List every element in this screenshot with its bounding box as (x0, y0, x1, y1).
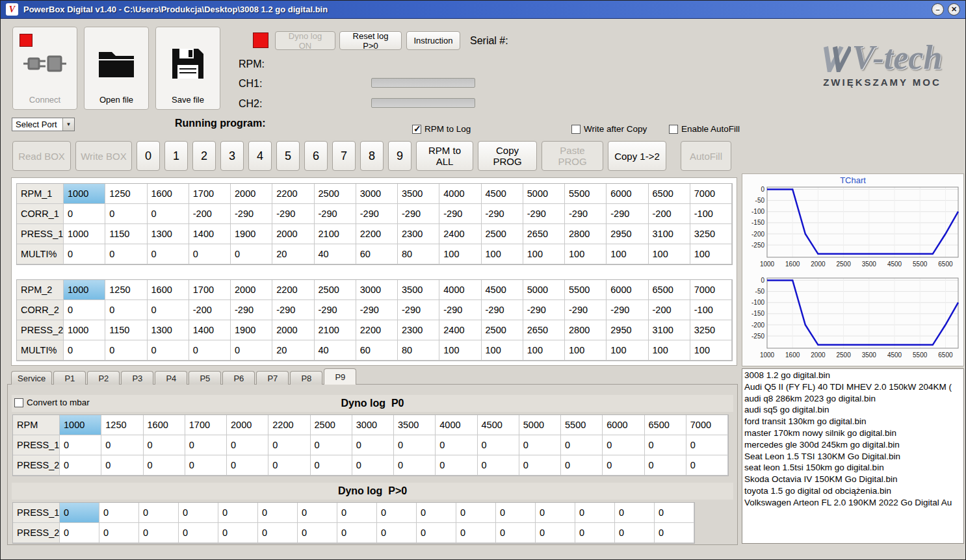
table-cell[interactable]: 0 (417, 523, 456, 543)
table-cell[interactable]: 0 (105, 204, 147, 224)
table-cell[interactable]: 0 (99, 523, 139, 543)
table-cell[interactable]: 0 (377, 523, 417, 543)
table-cell[interactable]: 0 (60, 435, 101, 455)
table-cell[interactable]: 2500 (315, 280, 356, 300)
paste-prog-button[interactable]: Paste PROG (542, 141, 603, 171)
table-cell[interactable]: 2000 (231, 280, 272, 300)
table-cell[interactable]: 100 (607, 244, 648, 264)
table-cell[interactable]: 2000 (272, 320, 314, 340)
table-cell[interactable]: -290 (523, 300, 565, 320)
table-cell[interactable]: -290 (272, 204, 314, 224)
digit-button-2[interactable]: 2 (192, 141, 216, 171)
table-cell[interactable]: 0 (60, 523, 99, 543)
table-cell[interactable]: 100 (482, 244, 523, 264)
table-cell[interactable]: 0 (189, 340, 231, 361)
table-cell[interactable]: 2100 (315, 320, 356, 340)
digit-button-0[interactable]: 0 (137, 141, 160, 171)
table-cell[interactable]: -290 (439, 300, 481, 320)
table-cell[interactable]: 1000 (60, 415, 101, 435)
table-cell[interactable]: 2500 (482, 320, 523, 340)
table-cell[interactable]: 100 (649, 340, 690, 361)
table-cell[interactable]: 0 (478, 435, 519, 455)
table-cell[interactable]: 3250 (690, 320, 732, 340)
table-cell[interactable]: 2000 (227, 415, 268, 435)
table-cell[interactable]: 0 (519, 455, 561, 476)
table-cell[interactable]: 0 (352, 455, 394, 476)
tab-p7[interactable]: P7 (256, 371, 289, 385)
file-item[interactable]: Volkswagen Arteon FL 2.0 190KM 2022 Go D… (742, 497, 963, 509)
enable-autofill-checkbox[interactable]: Enable AutoFill (669, 124, 740, 134)
table-cell[interactable]: 100 (565, 340, 607, 361)
table-cell[interactable]: 0 (645, 435, 686, 455)
table-cell[interactable]: -290 (607, 204, 648, 224)
table-cell[interactable]: 1250 (101, 415, 143, 435)
table-cell[interactable]: 0 (298, 523, 337, 543)
file-item[interactable]: master 170km nowy silnik go digital.bin (742, 427, 963, 439)
table-cell[interactable]: 1700 (185, 415, 227, 435)
table-cell[interactable]: 2650 (523, 320, 565, 340)
table-cell[interactable]: -100 (690, 204, 732, 224)
rpm-to-all-button[interactable]: RPM to ALL (416, 141, 473, 171)
table-cell[interactable]: -290 (482, 300, 523, 320)
file-item[interactable]: audi q8 286km 2023 go digital.bin (742, 393, 963, 405)
table-cell[interactable]: 100 (649, 244, 690, 264)
close-button[interactable]: ✕ (948, 3, 960, 16)
table-cell[interactable]: 0 (227, 435, 268, 455)
table-cell[interactable]: 0 (105, 340, 147, 361)
table-cell[interactable]: 0 (144, 455, 185, 476)
table-cell[interactable]: 5500 (565, 184, 607, 204)
table-cell[interactable]: 0 (417, 503, 456, 523)
table-cell[interactable]: 100 (439, 244, 481, 264)
table-cell[interactable]: 0 (311, 435, 352, 455)
table-cell[interactable]: 0 (561, 455, 603, 476)
table-cell[interactable]: 5000 (523, 184, 565, 204)
table-cell[interactable]: 0 (655, 523, 694, 543)
table-cell[interactable]: -290 (565, 300, 607, 320)
table-cell[interactable]: 2800 (565, 320, 607, 340)
table-cell[interactable]: 100 (565, 244, 607, 264)
table-cell[interactable]: 1000 (64, 224, 105, 244)
file-item[interactable]: seat leon 1.5tsi 150km go digital.bin (742, 462, 963, 474)
table-cell[interactable]: 0 (148, 340, 189, 361)
table-cell[interactable]: 1600 (148, 184, 189, 204)
table-cell[interactable]: 0 (148, 244, 189, 264)
table-cell[interactable]: 3250 (690, 224, 732, 244)
chevron-down-icon[interactable]: ▼ (62, 118, 74, 131)
digit-button-3[interactable]: 3 (220, 141, 244, 171)
table-cell[interactable]: 3500 (394, 415, 436, 435)
table-cell[interactable]: -290 (315, 300, 356, 320)
table-cell[interactable]: 0 (99, 503, 139, 523)
table-cell[interactable]: 20 (272, 244, 314, 264)
table-cell[interactable]: 6500 (649, 280, 690, 300)
digit-button-8[interactable]: 8 (360, 141, 384, 171)
file-item[interactable]: toyota 1.5 go digital od obciążenia.bin (742, 485, 963, 497)
table-cell[interactable]: 0 (64, 204, 105, 224)
table-cell[interactable]: 0 (231, 340, 272, 361)
table-cell[interactable]: 1250 (105, 184, 147, 204)
file-item[interactable]: audi sq5 go digital.bin (742, 404, 963, 416)
table-cell[interactable]: -200 (649, 300, 690, 320)
tab-p6[interactable]: P6 (222, 371, 255, 385)
table-cell[interactable]: 2200 (272, 184, 314, 204)
open-file-button[interactable]: Open file (84, 27, 149, 110)
table-cell[interactable]: 3000 (352, 415, 394, 435)
table-cell[interactable]: 1400 (189, 224, 231, 244)
table-cell[interactable]: 100 (523, 340, 565, 361)
table-cell[interactable]: 4500 (482, 280, 523, 300)
table-cell[interactable]: 2950 (607, 224, 648, 244)
table-cell[interactable]: 0 (456, 503, 496, 523)
table-cell[interactable]: 2650 (523, 224, 565, 244)
table-cell[interactable]: -290 (398, 300, 439, 320)
table-cell[interactable]: 0 (258, 523, 298, 543)
table-cell[interactable]: 3000 (356, 184, 398, 204)
table-cell[interactable]: 0 (227, 455, 268, 476)
digit-button-9[interactable]: 9 (388, 141, 411, 171)
table-cell[interactable]: 0 (686, 435, 728, 455)
table-cell[interactable]: 100 (607, 340, 648, 361)
table-cell[interactable]: 0 (655, 503, 694, 523)
table-cell[interactable]: -290 (356, 204, 398, 224)
table-cell[interactable]: 0 (478, 455, 519, 476)
table-cell[interactable]: 0 (105, 244, 147, 264)
table-cell[interactable]: 0 (377, 503, 417, 523)
table-cell[interactable]: -290 (565, 204, 607, 224)
